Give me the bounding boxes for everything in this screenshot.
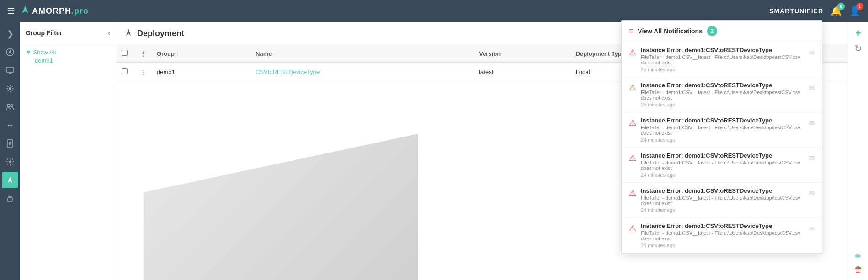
sidebar-item-report[interactable] [2, 135, 18, 152]
notif-item[interactable]: ⚠ Instance Error: demo1:CSVtoRESTDeviceT… [622, 218, 822, 253]
notif-body: Instance Error: demo1:CSVtoRESTDeviceTyp… [641, 222, 804, 248]
notif-header: ≡ View All Notifications 2 [622, 21, 822, 42]
notif-body: Instance Error: demo1:CSVtoRESTDeviceTyp… [641, 152, 804, 178]
th-checkbox [116, 45, 134, 62]
navbar: ☰ AMORPH.pro SMARTUNIFIER 🔔 6 👤 1 [0, 0, 868, 22]
sidebar-item-configure[interactable] [2, 80, 18, 97]
notif-body: Instance Error: demo1:CSVtoRESTDeviceTyp… [641, 82, 804, 107]
group-filter-content: ▼ Show All demo1 [20, 44, 116, 68]
navbar-left: ☰ AMORPH.pro [7, 5, 89, 17]
connect-icon: ↔ [6, 121, 14, 130]
sidebar-item-settings[interactable] [2, 153, 18, 170]
row-checkbox-cell [116, 62, 134, 81]
navbar-right: SMARTUNIFIER 🔔 6 👤 1 [769, 5, 861, 16]
notif-time: 24 minutes ago [641, 137, 804, 143]
page-title: Deployment [137, 29, 184, 38]
notif-error-icon: ⚠ [629, 83, 636, 93]
sidebar: ❯ ↔ [0, 22, 20, 280]
logo-icon [20, 5, 30, 17]
refresh-button[interactable]: ↻ [854, 43, 862, 54]
sidebar-item-launch[interactable] [2, 172, 18, 188]
notif-desc: FileTailer - demo1:CSV__latest - File c:… [641, 195, 804, 206]
notif-time: 24 minutes ago [641, 172, 804, 178]
notifications-button[interactable]: 🔔 6 [831, 5, 842, 16]
expand-tree-icon[interactable]: ▼ [26, 49, 33, 56]
th-group[interactable]: Group ↑ [151, 45, 250, 62]
sidebar-item-expand[interactable]: ❯ [2, 26, 18, 42]
mail-icon[interactable]: ✉ [809, 224, 815, 233]
notif-error-icon: ⚠ [629, 153, 636, 163]
notif-count-badge: 2 [707, 26, 717, 36]
notif-error-icon: ⚠ [629, 48, 636, 58]
notif-desc: FileTailer - demo1:CSV__latest - File c:… [641, 125, 804, 136]
notif-view-all-label[interactable]: View All Notifications [638, 27, 703, 35]
show-all-link[interactable]: Show All [33, 49, 56, 56]
notif-time: 24 minutes ago [641, 243, 804, 248]
hamburger-icon[interactable]: ☰ [7, 6, 15, 16]
notif-item[interactable]: ⚠ Instance Error: demo1:CSVtoRESTDeviceT… [622, 77, 822, 112]
notif-item[interactable]: ⚠ Instance Error: demo1:CSVtoRESTDeviceT… [622, 112, 822, 148]
notif-list: ⚠ Instance Error: demo1:CSVtoRESTDeviceT… [622, 42, 822, 253]
right-panel-bottom: ✏ 🗑 [854, 249, 863, 276]
notif-time: 25 minutes ago [641, 102, 804, 107]
th-dots: ⋮ [134, 45, 151, 62]
select-all-checkbox[interactable] [122, 50, 128, 56]
notif-error-icon: ⚠ [629, 223, 636, 233]
svg-marker-20 [126, 29, 131, 36]
notif-item[interactable]: ⚠ Instance Error: demo1:CSVtoRESTDeviceT… [622, 148, 822, 183]
group-filter-collapse-icon[interactable]: ‹ [108, 29, 110, 37]
mail-icon[interactable]: ✉ [809, 48, 815, 57]
notif-title: Instance Error: demo1:CSVtoRESTDeviceTyp… [641, 187, 804, 194]
sidebar-item-plugin[interactable] [2, 190, 18, 206]
row-checkbox[interactable] [122, 68, 128, 74]
notif-error-icon: ⚠ [629, 118, 636, 128]
mail-icon[interactable]: ✉ [809, 84, 815, 92]
notif-body: Instance Error: demo1:CSVtoRESTDeviceTyp… [641, 47, 804, 72]
notif-title: Instance Error: demo1:CSVtoRESTDeviceTyp… [641, 222, 804, 229]
delete-button[interactable]: 🗑 [854, 265, 863, 275]
mail-icon[interactable]: ✉ [809, 119, 815, 127]
group-filter-tree: ▼ Show All demo1 [26, 48, 110, 64]
notif-desc: FileTailer - demo1:CSV__latest - File c:… [641, 160, 804, 171]
row-version: latest [474, 62, 570, 81]
row-name[interactable]: CSVtoRESTDeviceType [250, 62, 474, 81]
right-panel-top: + ↻ [854, 26, 862, 56]
expand-icon: ❯ [7, 29, 14, 39]
add-button[interactable]: + [855, 27, 861, 39]
group-filter-header: Group Filter ‹ [20, 22, 116, 44]
svg-marker-0 [22, 6, 28, 13]
mail-icon[interactable]: ✉ [809, 154, 815, 163]
sidebar-item-group[interactable] [2, 99, 18, 115]
logo: AMORPH.pro [20, 5, 89, 17]
svg-marker-14 [8, 177, 12, 183]
notif-title: Instance Error: demo1:CSVtoRESTDeviceTyp… [641, 82, 804, 89]
notifications-dropdown: ≡ View All Notifications 2 ⚠ Instance Er… [621, 20, 822, 254]
th-version[interactable]: Version [474, 45, 570, 62]
demo1-filter-item[interactable]: demo1 [26, 57, 53, 64]
notif-desc: FileTailer - demo1:CSV__latest - File c:… [641, 90, 804, 100]
notif-error-icon: ⚠ [629, 188, 636, 198]
notif-time: 24 minutes ago [641, 207, 804, 213]
group-filter-panel: Group Filter ‹ ▼ Show All demo1 [20, 22, 116, 280]
notif-item[interactable]: ⚠ Instance Error: demo1:CSVtoRESTDeviceT… [622, 42, 822, 77]
svg-marker-2 [8, 49, 12, 54]
smart-unifier-label: SMARTUNIFIER [769, 7, 823, 15]
logo-text: AMORPH.pro [32, 6, 89, 16]
notif-body: Instance Error: demo1:CSVtoRESTDeviceTyp… [641, 187, 804, 213]
notif-title: Instance Error: demo1:CSVtoRESTDeviceTyp… [641, 117, 804, 124]
edit-button[interactable]: ✏ [855, 251, 862, 261]
user-button[interactable]: 👤 1 [849, 5, 861, 16]
right-panel: + ↻ ✏ 🗑 [848, 22, 868, 280]
sidebar-item-deployment[interactable] [2, 44, 18, 60]
th-name[interactable]: Name [250, 45, 474, 62]
svg-rect-3 [6, 67, 14, 72]
sidebar-item-connect[interactable]: ↔ [2, 117, 18, 133]
svg-rect-15 [8, 198, 12, 201]
notif-item[interactable]: ⚠ Instance Error: demo1:CSVtoRESTDeviceT… [622, 183, 822, 218]
diagonal-bg [144, 134, 418, 280]
row-dots[interactable]: ⋮ [134, 62, 151, 81]
mail-icon[interactable]: ✉ [809, 189, 815, 198]
sidebar-item-monitor[interactable] [2, 62, 18, 79]
notif-desc: FileTailer - demo1:CSV__latest - File c:… [641, 230, 804, 241]
notif-body: Instance Error: demo1:CSVtoRESTDeviceTyp… [641, 117, 804, 143]
